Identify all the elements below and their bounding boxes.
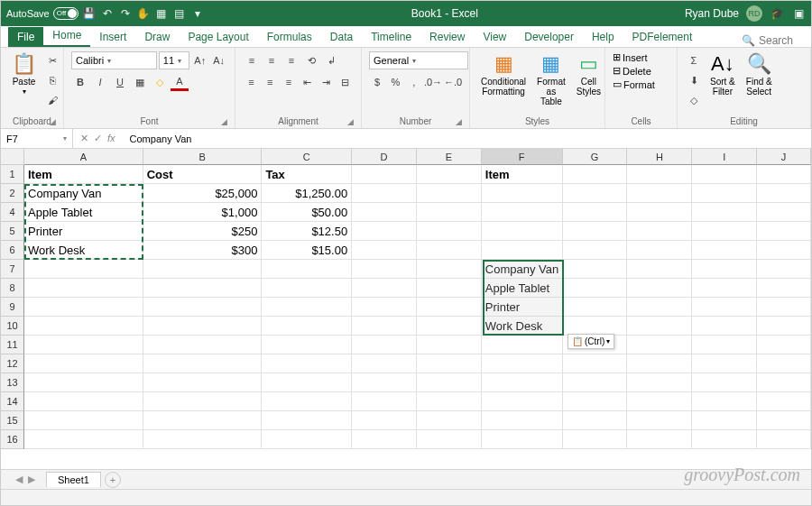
cell[interactable] [563, 203, 628, 222]
cell[interactable]: Work Desk [482, 317, 563, 336]
tab-timeline[interactable]: Timeline [362, 27, 420, 47]
cell[interactable] [757, 260, 811, 279]
copy-icon[interactable]: ⎘ [43, 71, 61, 89]
cell[interactable]: $12.50 [262, 222, 352, 241]
column-header[interactable]: F [482, 149, 563, 165]
cell[interactable] [563, 354, 628, 373]
clear-icon[interactable]: ◇ [685, 91, 703, 109]
cell[interactable] [563, 165, 628, 184]
cell[interactable] [417, 279, 482, 298]
merge-icon[interactable]: ⊟ [337, 73, 354, 91]
cell[interactable] [143, 354, 263, 373]
cell[interactable]: $15.00 [262, 241, 352, 260]
cell[interactable] [627, 203, 692, 222]
cell[interactable] [352, 184, 417, 203]
cell[interactable] [757, 411, 811, 430]
cell[interactable]: Printer [24, 222, 143, 241]
underline-button[interactable]: U [111, 73, 129, 91]
cell[interactable] [24, 411, 143, 430]
cell[interactable] [563, 373, 628, 392]
sheet-tab[interactable]: Sheet1 [46, 472, 101, 487]
currency-icon[interactable]: $ [369, 73, 385, 91]
launcher-icon[interactable]: ◢ [347, 117, 354, 126]
tab-home[interactable]: Home [43, 25, 90, 47]
row-header[interactable]: 10 [1, 317, 24, 336]
cell[interactable]: $300 [143, 241, 263, 260]
cell[interactable]: $1,250.00 [262, 184, 352, 203]
cell[interactable] [262, 336, 352, 354]
format-cells-button[interactable]: ▭Format [613, 78, 669, 90]
cell[interactable] [692, 373, 757, 392]
cell[interactable] [627, 336, 692, 354]
cell[interactable] [482, 222, 563, 241]
column-header[interactable]: I [692, 149, 757, 165]
cell[interactable] [262, 373, 352, 392]
fx-icon[interactable]: fx [107, 133, 115, 144]
paste-button[interactable]: 📋 Paste ▾ [8, 51, 40, 98]
more-icon[interactable]: ▾ [190, 6, 205, 21]
formula-input[interactable]: Company Van [123, 133, 811, 144]
cell[interactable] [482, 392, 563, 411]
row-header[interactable]: 1 [1, 165, 24, 184]
italic-button[interactable]: I [91, 73, 109, 91]
redo-icon[interactable]: ↷ [118, 6, 133, 21]
name-box[interactable]: F7▾ [1, 129, 73, 148]
increase-font-icon[interactable]: A↑ [191, 51, 208, 69]
cell[interactable] [627, 392, 692, 411]
enter-icon[interactable]: ✓ [94, 133, 102, 144]
cell[interactable] [563, 184, 628, 203]
cell[interactable] [24, 354, 143, 373]
cell[interactable] [482, 336, 563, 354]
launcher-icon[interactable]: ◢ [50, 117, 56, 126]
row-header[interactable]: 12 [1, 354, 24, 373]
cell[interactable] [417, 317, 482, 336]
border-button[interactable]: ▦ [131, 73, 149, 91]
tab-data[interactable]: Data [321, 27, 362, 47]
cell[interactable] [757, 222, 811, 241]
row-header[interactable]: 9 [1, 298, 24, 317]
tab-review[interactable]: Review [420, 27, 474, 47]
cell[interactable] [757, 279, 811, 298]
cell[interactable] [627, 373, 692, 392]
cell[interactable] [417, 298, 482, 317]
cell[interactable] [262, 279, 352, 298]
cell[interactable] [143, 336, 263, 354]
cell[interactable]: Printer [482, 298, 563, 317]
quick-print-icon[interactable]: ▦ [154, 6, 169, 21]
align-right-icon[interactable]: ≡ [281, 73, 298, 91]
decrease-decimal-icon[interactable]: ←.0 [444, 73, 462, 91]
cell[interactable] [417, 203, 482, 222]
cell[interactable] [627, 411, 692, 430]
next-sheet-icon[interactable]: ▶ [28, 474, 35, 485]
autosave-toggle[interactable]: AutoSave Off [6, 7, 78, 20]
column-header[interactable]: D [352, 149, 417, 165]
row-header[interactable]: 14 [1, 392, 24, 411]
cell[interactable] [417, 354, 482, 373]
cell[interactable] [627, 241, 692, 260]
tab-file[interactable]: File [8, 27, 43, 47]
cell[interactable]: Company Van [24, 184, 143, 203]
cell[interactable] [417, 411, 482, 430]
cell[interactable] [563, 222, 628, 241]
row-header[interactable]: 5 [1, 222, 24, 241]
find-select-button[interactable]: 🔍Find & Select [743, 51, 776, 98]
cell[interactable] [692, 222, 757, 241]
prev-sheet-icon[interactable]: ◀ [15, 474, 23, 485]
cell[interactable] [692, 411, 757, 430]
cell[interactable] [563, 430, 628, 449]
cell[interactable] [24, 373, 143, 392]
insert-cells-button[interactable]: ⊞Insert [613, 51, 669, 63]
tab-draw[interactable]: Draw [135, 27, 179, 47]
cell[interactable] [757, 241, 811, 260]
increase-decimal-icon[interactable]: .0→ [424, 73, 442, 91]
format-as-table-button[interactable]: ▦Format as Table [533, 51, 569, 108]
cell[interactable] [563, 279, 628, 298]
row-header[interactable]: 8 [1, 279, 24, 298]
cell[interactable] [692, 184, 757, 203]
launcher-icon[interactable]: ◢ [456, 117, 462, 126]
cell[interactable] [143, 298, 263, 317]
align-bottom-icon[interactable]: ≡ [282, 51, 300, 69]
paste-options-button[interactable]: 📋 (Ctrl) ▾ [567, 334, 614, 349]
cell[interactable] [417, 392, 482, 411]
align-middle-icon[interactable]: ≡ [263, 51, 281, 69]
